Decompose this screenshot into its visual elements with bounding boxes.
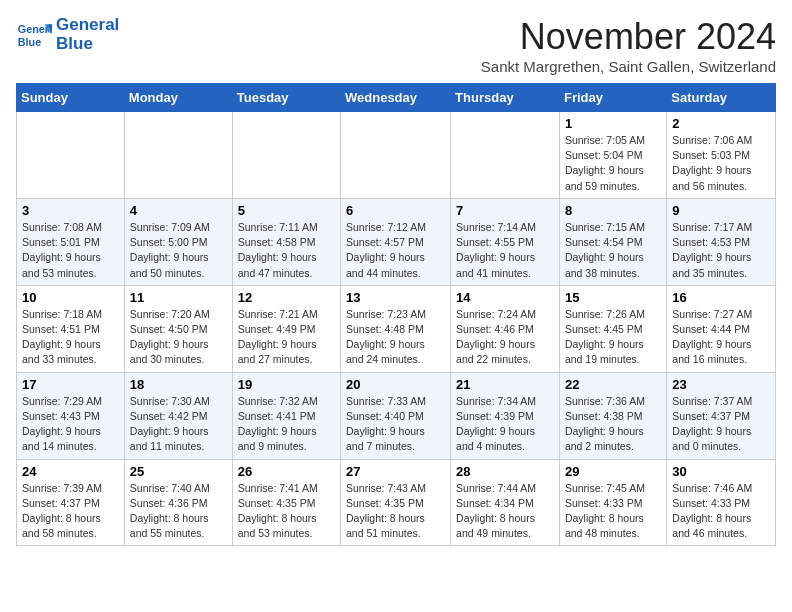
calendar-cell: 15Sunrise: 7:26 AM Sunset: 4:45 PM Dayli… <box>559 285 666 372</box>
day-number: 25 <box>130 464 227 479</box>
day-number: 20 <box>346 377 445 392</box>
day-number: 17 <box>22 377 119 392</box>
calendar-cell: 16Sunrise: 7:27 AM Sunset: 4:44 PM Dayli… <box>667 285 776 372</box>
day-number: 4 <box>130 203 227 218</box>
day-info: Sunrise: 7:30 AM Sunset: 4:42 PM Dayligh… <box>130 394 227 455</box>
day-info: Sunrise: 7:32 AM Sunset: 4:41 PM Dayligh… <box>238 394 335 455</box>
calendar-cell: 13Sunrise: 7:23 AM Sunset: 4:48 PM Dayli… <box>341 285 451 372</box>
day-info: Sunrise: 7:21 AM Sunset: 4:49 PM Dayligh… <box>238 307 335 368</box>
day-info: Sunrise: 7:36 AM Sunset: 4:38 PM Dayligh… <box>565 394 661 455</box>
day-info: Sunrise: 7:05 AM Sunset: 5:04 PM Dayligh… <box>565 133 661 194</box>
column-header-wednesday: Wednesday <box>341 84 451 112</box>
day-info: Sunrise: 7:45 AM Sunset: 4:33 PM Dayligh… <box>565 481 661 542</box>
day-number: 13 <box>346 290 445 305</box>
page-header: General Blue General Blue November 2024 … <box>16 16 776 75</box>
day-number: 15 <box>565 290 661 305</box>
calendar-cell: 6Sunrise: 7:12 AM Sunset: 4:57 PM Daylig… <box>341 198 451 285</box>
logo-icon: General Blue <box>16 17 52 53</box>
day-number: 16 <box>672 290 770 305</box>
day-info: Sunrise: 7:33 AM Sunset: 4:40 PM Dayligh… <box>346 394 445 455</box>
svg-text:Blue: Blue <box>18 35 41 47</box>
day-info: Sunrise: 7:29 AM Sunset: 4:43 PM Dayligh… <box>22 394 119 455</box>
calendar-cell: 22Sunrise: 7:36 AM Sunset: 4:38 PM Dayli… <box>559 372 666 459</box>
calendar-cell: 11Sunrise: 7:20 AM Sunset: 4:50 PM Dayli… <box>124 285 232 372</box>
calendar-cell: 30Sunrise: 7:46 AM Sunset: 4:33 PM Dayli… <box>667 459 776 546</box>
calendar-cell: 28Sunrise: 7:44 AM Sunset: 4:34 PM Dayli… <box>451 459 560 546</box>
column-header-tuesday: Tuesday <box>232 84 340 112</box>
location-subtitle: Sankt Margrethen, Saint Gallen, Switzerl… <box>481 58 776 75</box>
calendar-cell: 27Sunrise: 7:43 AM Sunset: 4:35 PM Dayli… <box>341 459 451 546</box>
calendar-cell: 20Sunrise: 7:33 AM Sunset: 4:40 PM Dayli… <box>341 372 451 459</box>
day-number: 11 <box>130 290 227 305</box>
day-info: Sunrise: 7:27 AM Sunset: 4:44 PM Dayligh… <box>672 307 770 368</box>
day-number: 8 <box>565 203 661 218</box>
day-info: Sunrise: 7:14 AM Sunset: 4:55 PM Dayligh… <box>456 220 554 281</box>
calendar-cell: 26Sunrise: 7:41 AM Sunset: 4:35 PM Dayli… <box>232 459 340 546</box>
calendar-cell: 17Sunrise: 7:29 AM Sunset: 4:43 PM Dayli… <box>17 372 125 459</box>
day-info: Sunrise: 7:40 AM Sunset: 4:36 PM Dayligh… <box>130 481 227 542</box>
column-header-monday: Monday <box>124 84 232 112</box>
calendar-cell: 5Sunrise: 7:11 AM Sunset: 4:58 PM Daylig… <box>232 198 340 285</box>
day-info: Sunrise: 7:20 AM Sunset: 4:50 PM Dayligh… <box>130 307 227 368</box>
calendar-cell <box>124 112 232 199</box>
day-info: Sunrise: 7:09 AM Sunset: 5:00 PM Dayligh… <box>130 220 227 281</box>
day-info: Sunrise: 7:06 AM Sunset: 5:03 PM Dayligh… <box>672 133 770 194</box>
day-number: 29 <box>565 464 661 479</box>
day-number: 21 <box>456 377 554 392</box>
day-info: Sunrise: 7:18 AM Sunset: 4:51 PM Dayligh… <box>22 307 119 368</box>
day-number: 10 <box>22 290 119 305</box>
calendar-cell: 10Sunrise: 7:18 AM Sunset: 4:51 PM Dayli… <box>17 285 125 372</box>
calendar-cell: 2Sunrise: 7:06 AM Sunset: 5:03 PM Daylig… <box>667 112 776 199</box>
calendar-week-row: 10Sunrise: 7:18 AM Sunset: 4:51 PM Dayli… <box>17 285 776 372</box>
calendar-cell <box>451 112 560 199</box>
column-header-friday: Friday <box>559 84 666 112</box>
day-info: Sunrise: 7:12 AM Sunset: 4:57 PM Dayligh… <box>346 220 445 281</box>
day-info: Sunrise: 7:08 AM Sunset: 5:01 PM Dayligh… <box>22 220 119 281</box>
day-number: 1 <box>565 116 661 131</box>
day-number: 3 <box>22 203 119 218</box>
day-info: Sunrise: 7:39 AM Sunset: 4:37 PM Dayligh… <box>22 481 119 542</box>
calendar-cell <box>341 112 451 199</box>
calendar-cell: 3Sunrise: 7:08 AM Sunset: 5:01 PM Daylig… <box>17 198 125 285</box>
day-info: Sunrise: 7:24 AM Sunset: 4:46 PM Dayligh… <box>456 307 554 368</box>
day-number: 14 <box>456 290 554 305</box>
calendar-week-row: 24Sunrise: 7:39 AM Sunset: 4:37 PM Dayli… <box>17 459 776 546</box>
calendar-cell: 8Sunrise: 7:15 AM Sunset: 4:54 PM Daylig… <box>559 198 666 285</box>
day-number: 19 <box>238 377 335 392</box>
day-info: Sunrise: 7:44 AM Sunset: 4:34 PM Dayligh… <box>456 481 554 542</box>
day-info: Sunrise: 7:46 AM Sunset: 4:33 PM Dayligh… <box>672 481 770 542</box>
day-number: 24 <box>22 464 119 479</box>
day-info: Sunrise: 7:11 AM Sunset: 4:58 PM Dayligh… <box>238 220 335 281</box>
logo-text-blue: Blue <box>56 35 119 54</box>
calendar-header-row: SundayMondayTuesdayWednesdayThursdayFrid… <box>17 84 776 112</box>
calendar-cell: 29Sunrise: 7:45 AM Sunset: 4:33 PM Dayli… <box>559 459 666 546</box>
calendar-week-row: 3Sunrise: 7:08 AM Sunset: 5:01 PM Daylig… <box>17 198 776 285</box>
day-number: 9 <box>672 203 770 218</box>
logo: General Blue General Blue <box>16 16 119 53</box>
day-info: Sunrise: 7:34 AM Sunset: 4:39 PM Dayligh… <box>456 394 554 455</box>
calendar-cell: 25Sunrise: 7:40 AM Sunset: 4:36 PM Dayli… <box>124 459 232 546</box>
column-header-saturday: Saturday <box>667 84 776 112</box>
calendar-cell: 24Sunrise: 7:39 AM Sunset: 4:37 PM Dayli… <box>17 459 125 546</box>
day-number: 12 <box>238 290 335 305</box>
column-header-sunday: Sunday <box>17 84 125 112</box>
day-number: 28 <box>456 464 554 479</box>
day-number: 2 <box>672 116 770 131</box>
day-info: Sunrise: 7:17 AM Sunset: 4:53 PM Dayligh… <box>672 220 770 281</box>
day-number: 30 <box>672 464 770 479</box>
day-number: 23 <box>672 377 770 392</box>
calendar-week-row: 17Sunrise: 7:29 AM Sunset: 4:43 PM Dayli… <box>17 372 776 459</box>
calendar-cell <box>232 112 340 199</box>
month-title: November 2024 <box>481 16 776 58</box>
calendar-cell <box>17 112 125 199</box>
day-number: 7 <box>456 203 554 218</box>
day-number: 5 <box>238 203 335 218</box>
day-info: Sunrise: 7:26 AM Sunset: 4:45 PM Dayligh… <box>565 307 661 368</box>
calendar-cell: 12Sunrise: 7:21 AM Sunset: 4:49 PM Dayli… <box>232 285 340 372</box>
day-info: Sunrise: 7:23 AM Sunset: 4:48 PM Dayligh… <box>346 307 445 368</box>
calendar-cell: 7Sunrise: 7:14 AM Sunset: 4:55 PM Daylig… <box>451 198 560 285</box>
day-number: 26 <box>238 464 335 479</box>
calendar-cell: 4Sunrise: 7:09 AM Sunset: 5:00 PM Daylig… <box>124 198 232 285</box>
logo-text-general: General <box>56 16 119 35</box>
title-area: November 2024 Sankt Margrethen, Saint Ga… <box>481 16 776 75</box>
